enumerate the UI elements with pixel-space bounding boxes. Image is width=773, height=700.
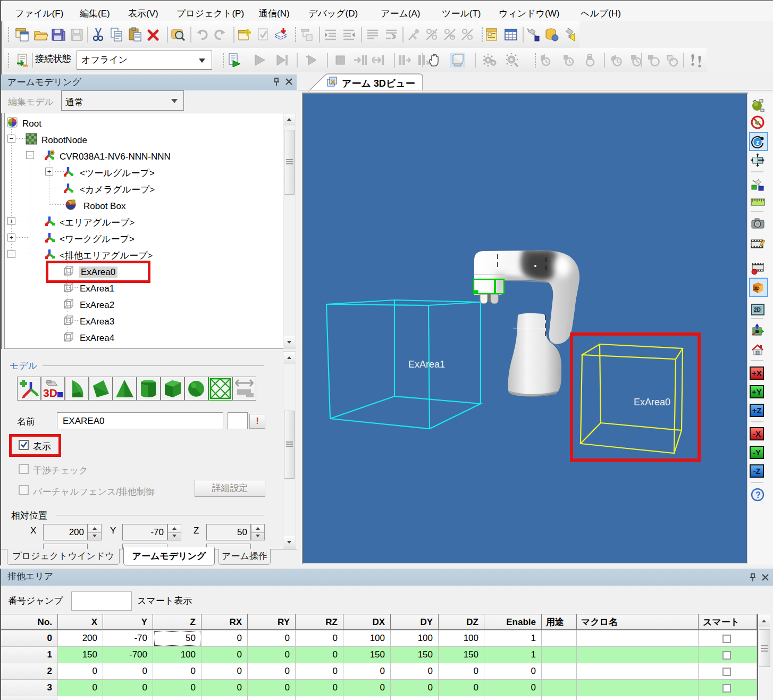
svg-text:3D: 3D	[43, 387, 57, 399]
svg-text:ExArea1: ExArea1	[408, 359, 445, 370]
svg-text:ExArea0: ExArea0	[634, 397, 670, 407]
svg-text:?: ?	[755, 490, 761, 499]
svg-text:z: z	[756, 139, 759, 146]
svg-text:2D: 2D	[754, 307, 761, 313]
svg-text:3D: 3D	[753, 286, 760, 291]
